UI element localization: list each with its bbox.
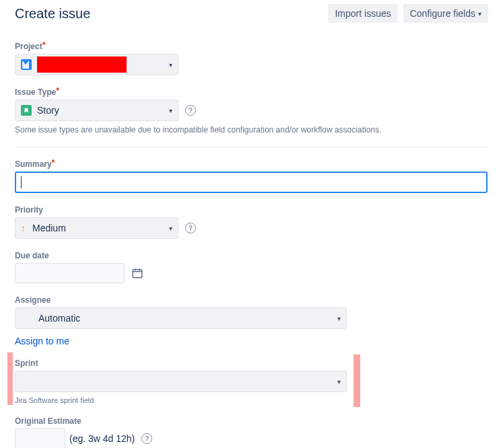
summary-input[interactable] [15,172,488,193]
issue-type-label: Issue Type* [15,87,488,97]
configure-fields-button[interactable]: Configure fields ▾ [403,4,488,23]
svg-rect-0 [133,270,142,278]
chevron-down-icon: ▾ [337,378,341,385]
issue-type-hint: Some issue types are unavailable due to … [15,125,488,135]
chevron-down-icon: ▾ [337,315,341,322]
priority-label: Priority [15,205,488,215]
chevron-down-icon: ▾ [478,10,481,17]
original-estimate-example: (eg. 3w 4d 12h) [69,433,135,444]
page-title: Create issue [15,6,90,22]
sprint-desc: Jira Software sprint field [15,396,488,404]
priority-select[interactable]: ↑ Medium ▾ [15,217,178,239]
configure-fields-label: Configure fields [410,8,475,19]
assign-to-me-link[interactable]: Assign to me [15,336,69,346]
priority-medium-icon: ↑ [21,223,26,233]
text-caret [21,176,22,188]
priority-value: Medium [32,223,66,233]
divider [15,147,488,147]
project-icon [21,59,32,70]
chevron-down-icon: ▾ [169,225,172,232]
issue-type-value: Story [37,105,59,116]
redacted-block [37,57,127,73]
help-icon[interactable]: ? [141,433,152,444]
assignee-value: Automatic [38,313,80,324]
help-icon[interactable]: ? [185,223,196,233]
sprint-label: Sprint [15,359,488,368]
assignee-label: Assignee [15,295,488,305]
story-icon [21,105,32,116]
sprint-select[interactable]: ▾ [15,371,347,392]
chevron-down-icon: ▾ [169,61,172,69]
due-date-input[interactable] [15,263,125,283]
due-date-label: Due date [15,251,488,260]
assignee-select[interactable]: Automatic ▾ [15,307,347,329]
issue-type-select[interactable]: Story ▾ [15,100,178,121]
summary-label: Summary* [15,159,488,169]
project-select[interactable]: ▾ [15,54,178,75]
calendar-icon[interactable] [131,267,143,279]
import-issues-label: Import issues [335,8,391,19]
help-icon[interactable]: ? [185,105,196,116]
original-estimate-label: Original Estimate [15,416,488,426]
original-estimate-input[interactable] [15,428,65,448]
chevron-down-icon: ▾ [169,107,172,114]
highlight-marker [7,352,13,405]
project-label: Project* [15,42,488,51]
import-issues-button[interactable]: Import issues [328,4,397,23]
highlight-marker [354,354,360,407]
